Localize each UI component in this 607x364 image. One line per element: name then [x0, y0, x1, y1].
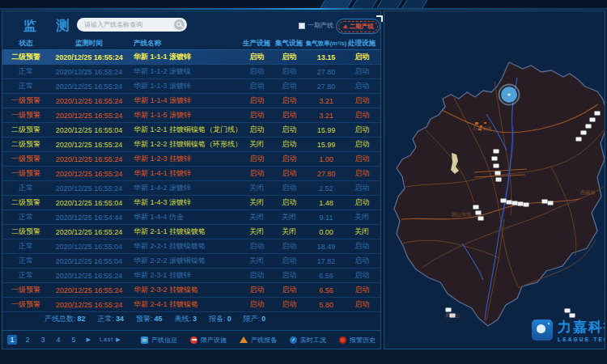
- facility-marker[interactable]: [494, 150, 499, 154]
- page-button[interactable]: 1: [7, 335, 17, 345]
- facility-marker[interactable]: [518, 202, 524, 206]
- table-row[interactable]: 一级预警 2020/12/25 16:55:24 华新 1-1-4 滚镀锌 启动…: [2, 94, 380, 108]
- cell-eff: 13.15: [305, 53, 347, 61]
- cell-prod: 启动: [240, 125, 273, 135]
- facility-marker[interactable]: [565, 309, 571, 313]
- cell-eff: 1.00: [305, 155, 347, 163]
- monitor-table-panel: 监 测 一期产线 二期产线 状态 监测时间 产线名称 生产设施: [2, 11, 381, 349]
- facility-marker[interactable]: [542, 200, 548, 204]
- table-row[interactable]: 一级预警 2020/12/25 16:55:24 华新 1-1-5 滚镀锌 启动…: [2, 108, 380, 123]
- col-eff: 集气效率(m³/s): [305, 40, 347, 48]
- search-icon[interactable]: [174, 19, 185, 30]
- cell-eff: 27.80: [305, 170, 347, 178]
- page-button[interactable]: ▶: [84, 336, 94, 343]
- cell-prod: 启动: [240, 168, 273, 179]
- cell-prod: 启动: [240, 241, 273, 252]
- facility-marker[interactable]: [507, 201, 512, 205]
- facility-marker[interactable]: [501, 199, 507, 203]
- table-row[interactable]: 二级预警 2020/12/25 16:55:24 华新 1-1-1 滚镀锌 启动…: [2, 50, 380, 65]
- page-button[interactable]: 4: [53, 336, 63, 344]
- cell-prod: 关闭: [240, 256, 273, 266]
- table-row[interactable]: 二级预警 2020/12/25 16:55:04 华新 1-2-1 挂镀铜镍铬（…: [2, 123, 380, 138]
- table-row[interactable]: 一级预警 2020/12/25 16:55:24 华新 1-2-3 挂镀锌 启动…: [2, 152, 380, 167]
- cell-eff: 9.11: [305, 214, 347, 222]
- cell-gas: 关闭: [273, 226, 305, 237]
- facility-marker[interactable]: [476, 211, 482, 215]
- alert-marker[interactable]: [499, 85, 520, 105]
- table-row[interactable]: 正常 2020/12/25 16:55:04 华新 2-2-1 挂镀镍镀铬 启动…: [2, 239, 380, 254]
- legend-button[interactable]: 实时工况: [290, 336, 326, 345]
- search-input[interactable]: [84, 21, 174, 28]
- cell-eff: 0.00: [305, 228, 347, 236]
- legend-icon: [190, 336, 197, 344]
- table-row[interactable]: 正常 2020/12/25 16:55:24 华新 1-1-2 滚镀镍 启动 启…: [2, 65, 380, 79]
- cell-eff: 6.56: [305, 286, 347, 294]
- check-icon: [342, 24, 348, 29]
- table-row[interactable]: 正常 2020/12/25 16:55:24 华新 1-4-2 滚镀锌 关闭 启…: [2, 181, 380, 196]
- cell-eff: 2.52: [305, 184, 347, 193]
- table-row[interactable]: 正常 2020/12/25 16:55:24 华新 1-1-3 滚镀锌 启动 启…: [2, 79, 380, 94]
- cell-gas: 启动: [273, 154, 305, 164]
- facility-marker[interactable]: [581, 131, 587, 135]
- checkbox-icon[interactable]: [299, 23, 305, 29]
- table-row[interactable]: 正常 2020/12/25 16:55:24 华新 2-3-1 挂镀锌 启动 启…: [2, 269, 380, 283]
- facility-marker[interactable]: [576, 138, 582, 142]
- facility-marker[interactable]: [590, 118, 596, 122]
- brand-logo: 力嘉科技 LEAGUE TECH: [532, 318, 605, 342]
- table-row[interactable]: 一级预警 2020/12/25 16:55:24 华新 2-3-2 挂镀镍铬 启…: [2, 283, 380, 298]
- panel-header: 监 测 一期产线 二期产线: [2, 11, 380, 38]
- legend-icon: [339, 336, 346, 344]
- table-row[interactable]: 二级预警 2020/12/25 16:55:04 华新 1-4-3 滚镀锌 关闭…: [2, 196, 380, 210]
- facility-marker[interactable]: [512, 201, 518, 205]
- phase1-checkbox[interactable]: 一期产线: [299, 21, 333, 30]
- cell-prod: 启动: [240, 154, 273, 164]
- facility-marker[interactable]: [494, 164, 499, 168]
- facility-marker[interactable]: [495, 171, 501, 176]
- table-row[interactable]: 一级预警 2020/12/25 16:55:24 华新 1-4-1 挂镀锌 启动…: [2, 167, 380, 181]
- facility-marker[interactable]: [473, 205, 479, 210]
- table-row[interactable]: 二级预警 2020/12/25 16:55:24 华新 1-2-2 挂镀铜镍铬（…: [2, 138, 380, 152]
- cell-prod: 关闭: [240, 226, 273, 237]
- facility-marker[interactable]: [586, 125, 592, 129]
- cell-treat: 启动: [347, 270, 376, 281]
- legend-button[interactable]: 产线报备: [240, 336, 277, 345]
- cell-treat: 启动: [347, 197, 376, 208]
- facility-marker[interactable]: [478, 217, 484, 221]
- cell-time: 2020/12/25 16:55:24: [48, 272, 130, 280]
- cell-status: 正常: [4, 183, 48, 193]
- table-row[interactable]: 一级预警 2020/12/25 16:55:24 华新 2-4-1 挂镀镍铬 启…: [2, 298, 380, 312]
- cell-gas: 启动: [273, 139, 305, 150]
- page-button[interactable]: Last ▶: [100, 336, 121, 343]
- facility-marker[interactable]: [548, 201, 554, 205]
- cell-treat: 关闭: [347, 212, 376, 222]
- cell-time: 2020/12/25 16:55:24: [48, 301, 130, 309]
- summary-item: 产线总数:82: [45, 314, 86, 324]
- cell-prod: 启动: [240, 52, 273, 62]
- col-name: 产线名称: [130, 39, 240, 49]
- page-button[interactable]: 3: [38, 336, 48, 344]
- legend-button[interactable]: 限产设施: [190, 336, 227, 345]
- cell-name: 华新 1-1-4 滚镀锌: [130, 95, 240, 106]
- facility-marker[interactable]: [446, 308, 452, 312]
- cell-eff: 18.49: [305, 243, 347, 251]
- cell-status: 一级预警: [4, 285, 48, 295]
- facility-marker[interactable]: [595, 112, 601, 116]
- page-button[interactable]: 2: [23, 336, 32, 344]
- legend-icon: [290, 336, 297, 344]
- cell-status: 一级预警: [4, 110, 48, 121]
- table-row[interactable]: 正常 2020/12/25 16:55:04 华新 2-2-2 滚镀铜镍铬 关闭…: [2, 254, 380, 269]
- facility-marker[interactable]: [496, 178, 502, 182]
- cell-prod: 启动: [240, 285, 273, 295]
- legend-button[interactable]: 产线信息: [141, 336, 177, 345]
- cell-prod: 关闭: [240, 183, 273, 193]
- legend-button[interactable]: 报警历史: [339, 336, 376, 345]
- facility-marker[interactable]: [524, 203, 529, 207]
- facility-marker[interactable]: [492, 157, 498, 161]
- phase2-button[interactable]: 二期产线: [336, 19, 380, 34]
- cell-prod: 启动: [240, 270, 273, 281]
- table-row[interactable]: 二级预警 2020/12/25 16:55:24 华新 2-1-1 挂镀镍镀铬 …: [2, 225, 380, 239]
- page-button[interactable]: 5: [69, 336, 79, 344]
- cell-eff: 5.80: [305, 301, 347, 309]
- table-row[interactable]: 正常 2020/12/25 16:54:44 华新 1-4-4 仿金 关闭 关闭…: [2, 210, 380, 225]
- facility-marker[interactable]: [570, 314, 575, 318]
